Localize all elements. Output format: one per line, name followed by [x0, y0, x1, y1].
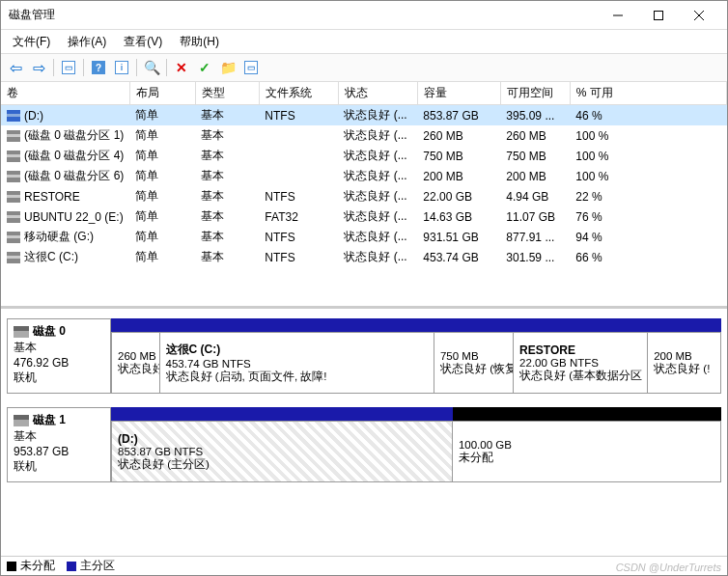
partition-block[interactable]: (D:)853.87 GB NTFS状态良好 (主分区): [111, 421, 453, 482]
check-icon: ✓: [199, 60, 210, 75]
close-button[interactable]: [679, 2, 719, 29]
help-button[interactable]: ?: [88, 57, 109, 78]
window-title: 磁盘管理: [9, 7, 598, 23]
view-top-button[interactable]: ▭: [58, 57, 79, 78]
volume-icon: [7, 191, 20, 203]
volume-icon: [7, 171, 20, 182]
volume-list-pane[interactable]: 卷 布局 类型 文件系统 状态 容量 可用空间 % 可用 (D:)简单基本NTF…: [1, 82, 727, 309]
disk-row: 磁盘 1基本953.87 GB联机 (D:)853.87 GB NTFS状态良好…: [7, 407, 721, 482]
table-row[interactable]: 这很C (C:)简单基本NTFS状态良好 (...453.74 GB301.59…: [1, 247, 727, 267]
menu-help[interactable]: 帮助(H): [172, 32, 227, 52]
title-bar: 磁盘管理: [1, 1, 727, 30]
swatch-blue-icon: [67, 562, 76, 571]
volume-table: 卷 布局 类型 文件系统 状态 容量 可用空间 % 可用 (D:)简单基本NTF…: [1, 82, 727, 267]
help-icon: ?: [92, 61, 105, 74]
toolbar-separator: [53, 59, 54, 76]
col-capacity[interactable]: 容量: [417, 82, 500, 105]
delete-button[interactable]: ✕: [171, 57, 192, 78]
volume-icon: [7, 252, 20, 263]
legend: 未分配 主分区: [1, 556, 727, 575]
table-row[interactable]: (磁盘 0 磁盘分区 6)简单基本状态良好 (...200 MB200 MB10…: [1, 166, 727, 186]
disk-info[interactable]: 磁盘 0基本476.92 GB联机: [7, 318, 111, 394]
col-type[interactable]: 类型: [195, 82, 259, 105]
disk-header-bar: [111, 318, 721, 332]
svg-rect-1: [655, 11, 663, 19]
info-button[interactable]: i: [111, 57, 132, 78]
apply-button[interactable]: ✓: [194, 57, 215, 78]
table-row[interactable]: (D:)简单基本NTFS状态良好 (...853.87 GB395.09 ...…: [1, 105, 727, 126]
table-row[interactable]: 移动硬盘 (G:)简单基本NTFS状态良好 (...931.51 GB877.9…: [1, 227, 727, 247]
partition-block[interactable]: 100.00 GB未分配: [453, 421, 721, 482]
forward-button[interactable]: ⇨: [28, 57, 49, 78]
volume-icon: [7, 151, 20, 162]
maximize-button[interactable]: [638, 2, 679, 29]
col-pct[interactable]: % 可用: [570, 82, 726, 105]
toolbar-separator: [166, 59, 167, 76]
menu-bar: 文件(F) 操作(A) 查看(V) 帮助(H): [1, 30, 727, 53]
properties-icon: ▭: [244, 61, 258, 74]
partition-block[interactable]: 260 MB状态良好 (E: [111, 332, 160, 394]
refresh-button[interactable]: 🔍: [141, 57, 162, 78]
x-icon: ✕: [176, 60, 187, 75]
disk-partitions: 260 MB状态良好 (E这很C (C:)453.74 GB NTFS状态良好 …: [111, 318, 721, 394]
arrow-left-icon: ⇦: [10, 59, 22, 77]
info-icon: i: [115, 61, 128, 74]
disk-info[interactable]: 磁盘 1基本953.87 GB联机: [7, 407, 111, 482]
volume-icon: [7, 110, 20, 122]
disk-row: 磁盘 0基本476.92 GB联机260 MB状态良好 (E这很C (C:)45…: [7, 318, 721, 394]
menu-file[interactable]: 文件(F): [5, 32, 58, 52]
disk-icon: [14, 326, 29, 338]
col-volume[interactable]: 卷: [1, 82, 129, 105]
menu-action[interactable]: 操作(A): [60, 32, 114, 52]
volume-icon: [7, 211, 20, 223]
arrow-right-icon: ⇨: [33, 59, 45, 77]
swatch-black-icon: [7, 562, 16, 571]
table-row[interactable]: UBUNTU 22_0 (E:)简单基本FAT32状态良好 (...14.63 …: [1, 206, 727, 227]
refresh-icon: 🔍: [144, 60, 160, 75]
table-row[interactable]: (磁盘 0 磁盘分区 1)简单基本状态良好 (...260 MB260 MB10…: [1, 125, 727, 146]
partition-block[interactable]: 200 MB状态良好 (!: [648, 332, 721, 394]
back-button[interactable]: ⇦: [5, 57, 26, 78]
disk-graphic-pane[interactable]: 磁盘 0基本476.92 GB联机260 MB状态良好 (E这很C (C:)45…: [1, 309, 727, 556]
partition-block[interactable]: RESTORE22.00 GB NTFS状态良好 (基本数据分区: [514, 332, 648, 394]
partition-block[interactable]: 750 MB状态良好 (恢复: [434, 332, 514, 394]
col-status[interactable]: 状态: [338, 82, 417, 105]
toolbar-separator: [83, 59, 84, 76]
folder-button[interactable]: 📁: [217, 57, 238, 78]
toolbar-separator: [136, 59, 137, 76]
panel-icon: ▭: [62, 61, 75, 74]
minimize-button[interactable]: [598, 2, 638, 29]
disk-icon: [14, 415, 29, 426]
col-free[interactable]: 可用空间: [500, 82, 570, 105]
col-fs[interactable]: 文件系统: [259, 82, 338, 105]
partition-block[interactable]: 这很C (C:)453.74 GB NTFS状态良好 (启动, 页面文件, 故障…: [160, 332, 434, 394]
volume-icon: [7, 232, 20, 243]
props-button[interactable]: ▭: [240, 57, 262, 78]
disk-partitions: (D:)853.87 GB NTFS状态良好 (主分区)100.00 GB未分配: [111, 407, 721, 482]
menu-view[interactable]: 查看(V): [116, 32, 170, 52]
col-layout[interactable]: 布局: [129, 82, 195, 105]
table-row[interactable]: (磁盘 0 磁盘分区 4)简单基本状态良好 (...750 MB750 MB10…: [1, 146, 727, 166]
table-row[interactable]: RESTORE简单基本NTFS状态良好 (...22.00 GB4.94 GB2…: [1, 186, 727, 206]
folder-icon: 📁: [220, 60, 237, 75]
disk-header-bar: [111, 407, 721, 421]
legend-unallocated: 未分配: [7, 558, 55, 574]
toolbar: ⇦ ⇨ ▭ ? i 🔍 ✕ ✓ 📁 ▭: [1, 53, 727, 82]
content-area: 卷 布局 类型 文件系统 状态 容量 可用空间 % 可用 (D:)简单基本NTF…: [1, 82, 727, 556]
volume-icon: [7, 130, 20, 142]
legend-primary: 主分区: [67, 558, 115, 574]
